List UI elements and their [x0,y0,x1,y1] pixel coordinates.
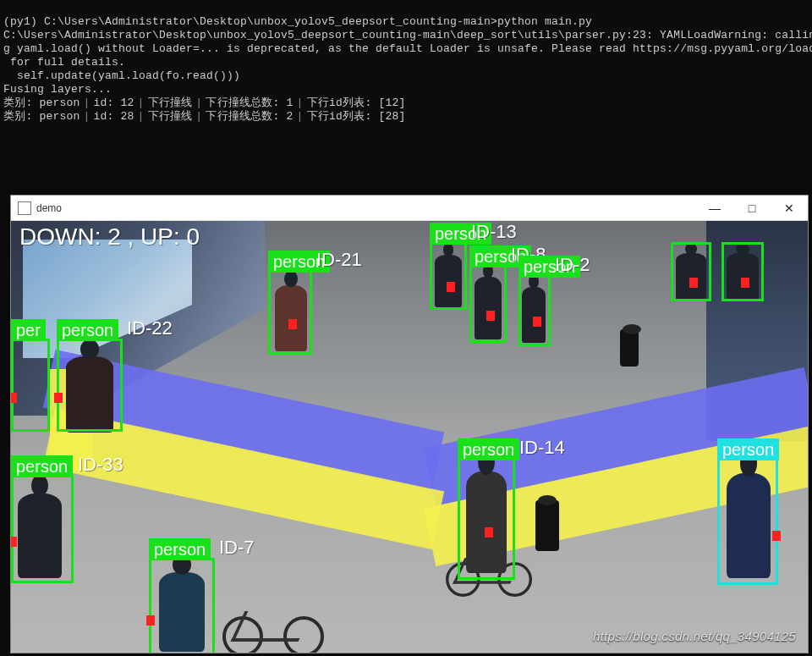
video-canvas: personID-22perpersonID-33personID-7perso… [11,221,808,653]
watermark: https://blog.csdn.net/qq_34904125 [593,629,796,644]
centroid-dot [689,278,698,288]
window-title: demo [36,202,696,214]
bicycle [222,589,324,653]
detection-id: ID-22 [127,317,173,339]
count-overlay: DOWN: 2 , UP: 0 [19,224,200,250]
detection-box: personID-8 [469,265,507,343]
bollard [620,329,639,367]
centroid-dot [11,393,17,403]
detection-box: personID-33 [11,475,74,583]
detection-label: person [717,438,779,460]
detection-box [721,242,764,301]
centroid-dot [146,615,155,626]
demo-window: demo — □ ✕ [10,195,809,653]
minimize-button[interactable]: — [696,196,733,221]
centroid-dot [485,527,493,537]
detection-label: person [149,538,211,560]
detection-label: person [458,438,519,460]
detection-label: per [11,319,46,341]
detection-box: per [11,339,50,432]
detection-label: person [11,455,73,477]
detection-result-row: 类别: person|id: 12|下行撞线|下行撞线总数: 1|下行id列表:… [3,96,405,109]
warning-line: g yaml.load() without Loader=... is depr… [3,42,812,55]
close-button[interactable]: ✕ [771,196,808,221]
fusing-line: Fusing layers... [3,83,112,96]
detection-box: personID-2 [518,275,551,346]
prompt-line: (py1) C:\Users\Administrator\Desktop\unb… [3,15,592,28]
detection-box [671,242,711,301]
terminal-output: (py1) C:\Users\Administrator\Desktop\unb… [0,0,812,125]
detection-box: personID-13 [430,242,467,310]
centroid-dot [54,393,63,403]
centroid-dot [741,278,749,288]
detection-id: ID-7 [219,537,255,559]
centroid-dot [288,319,297,329]
centroid-dot [11,537,17,547]
detection-id: ID-33 [78,454,123,476]
detection-result-row: 类别: person|id: 28|下行撞线|下行撞线总数: 2|下行id列表:… [3,110,405,123]
detection-id: ID-2 [555,254,590,276]
detection-id: ID-14 [519,437,565,459]
warning-line: C:\Users\Administrator\Desktop\unbox_yol… [3,29,812,41]
detection-box: personID-14 [458,458,515,580]
window-favicon [18,201,31,215]
detection-box: personID-7 [149,558,215,653]
detection-box: personID-22 [57,339,123,432]
detection-box: personID-21 [268,270,312,355]
maximize-button[interactable]: □ [733,196,771,221]
warning-line: for full details. [3,56,125,69]
warning-line: self.update(yaml.load(fo.read())) [3,69,240,82]
detection-box: person [717,458,778,585]
detection-id: ID-21 [316,249,362,271]
centroid-dot [447,282,455,292]
centroid-dot [486,311,495,321]
centroid-dot [772,531,781,541]
detection-label: person [57,319,118,341]
bollard [535,500,559,551]
centroid-dot [533,317,541,327]
detection-id: ID-13 [471,221,517,243]
titlebar[interactable]: demo — □ ✕ [11,196,808,221]
